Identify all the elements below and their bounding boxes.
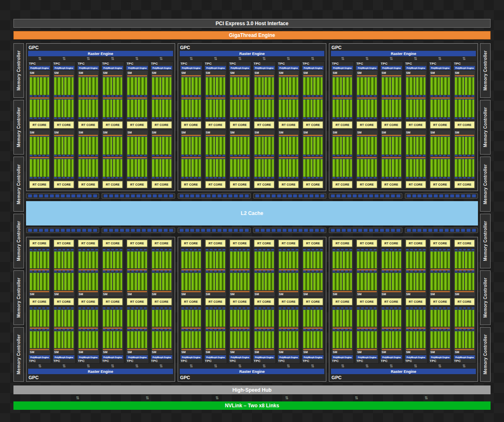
cuda-core-block — [206, 331, 215, 348]
sm-label: SM — [254, 71, 274, 75]
load-store-strip — [54, 270, 74, 272]
tpc-label: TPC — [302, 62, 324, 66]
cuda-core-block — [30, 136, 39, 155]
cuda-core-block — [392, 77, 401, 95]
cuda-core-block — [89, 99, 98, 117]
warp-scheduler-strip — [152, 157, 171, 158]
sm-block: SM — [229, 130, 251, 180]
load-store-strip — [103, 270, 122, 272]
tpc-block: TPC PolyMorph Engine SM RT CORE SM — [179, 61, 203, 189]
sm-label: SM — [78, 350, 98, 354]
load-store-strip — [230, 118, 249, 119]
load-store-strip — [279, 95, 298, 97]
sm-processing-block — [332, 97, 352, 119]
cuda-core-block — [255, 331, 264, 348]
sm-label: SM — [303, 131, 323, 134]
rt-core: RT CORE — [381, 240, 402, 247]
cuda-core-block — [255, 136, 264, 155]
load-store-strip — [279, 329, 298, 330]
l2-crossbar-port — [364, 229, 368, 232]
tpc-block: TPC PolyMorph Engine SM RT CORE SM — [380, 61, 403, 189]
cuda-core-block — [255, 159, 264, 177]
cuda-core-block — [113, 251, 122, 268]
rt-core: RT CORE — [230, 121, 250, 128]
sm-processing-block — [127, 249, 147, 270]
l2-crossbar-port — [115, 229, 118, 232]
load-store-strip — [303, 329, 323, 330]
rt-core-label: RT CORE — [57, 242, 71, 245]
sm-block: SM — [29, 70, 50, 120]
tpc-label: TPC — [405, 62, 427, 66]
warp-scheduler-strip — [406, 75, 425, 76]
load-store-strip — [279, 249, 298, 250]
sm-label: SM — [54, 71, 74, 75]
polymorph-engine-label: PolyMorph Engine — [231, 67, 249, 69]
pci-express-bar: PCI Express 3.0 Host Interface — [13, 19, 491, 28]
cuda-core-block — [333, 77, 342, 95]
tpc-label: TPC — [429, 359, 451, 363]
core-columns — [79, 77, 98, 95]
cuda-core-block — [206, 77, 215, 95]
load-store-strip — [30, 177, 49, 178]
core-columns — [406, 251, 425, 268]
rt-core-label: RT CORE — [433, 123, 447, 126]
sm-processing-block — [430, 249, 450, 270]
cuda-core-block — [216, 159, 225, 177]
sm-processing-block — [332, 307, 352, 329]
core-columns — [455, 77, 474, 95]
sm-label: SM — [102, 131, 123, 134]
cuda-core-block — [192, 99, 201, 117]
load-store-strip — [333, 249, 352, 250]
warp-scheduler-strip — [303, 97, 323, 99]
cuda-core-block — [313, 136, 323, 155]
tpc-row: TPC PolyMorph Engine SM RT CORE SM — [28, 239, 173, 364]
rt-core: RT CORE — [254, 298, 274, 305]
core-columns — [255, 309, 274, 327]
cuda-core-block — [357, 273, 366, 290]
raster-engine-label: Raster Engine — [391, 370, 416, 374]
load-store-strip — [79, 155, 98, 156]
l2-crossbar-port — [234, 194, 238, 197]
sm-label: SM — [454, 131, 475, 134]
sm-processing-block — [254, 249, 274, 270]
sm-stack: SM RT CORE SM — [205, 70, 226, 189]
load-store-strip — [152, 95, 171, 97]
sm-block: SM — [102, 70, 123, 120]
memory-controller-label: Memory Controller — [483, 334, 488, 375]
sm-block: SM — [53, 307, 75, 355]
l2-crossbar-port — [380, 194, 384, 197]
rt-core: RT CORE — [406, 181, 426, 188]
load-store-strip — [382, 270, 401, 272]
l2-crossbar-port — [396, 229, 400, 232]
rt-core: RT CORE — [381, 298, 402, 305]
core-columns — [430, 331, 450, 348]
raster-tpc-arrows: ⇅⇅⇅⇅⇅⇅ — [331, 56, 476, 61]
cuda-core-block — [333, 309, 342, 327]
sm-processing-block — [152, 270, 172, 292]
load-store-strip — [230, 307, 249, 309]
rt-core-label: RT CORE — [457, 300, 471, 303]
memory-controller: Memory Controller — [480, 43, 491, 98]
rt-core-label: RT CORE — [409, 123, 423, 126]
tpc-block: TPC PolyMorph Engine SM RT CORE SM — [52, 61, 76, 189]
rt-core: RT CORE — [78, 240, 98, 247]
polymorph-engine-bar: PolyMorph Engine — [29, 66, 50, 70]
polymorph-engine-label: PolyMorph Engine — [304, 356, 322, 359]
sm-label: SM — [381, 292, 402, 296]
memory-controller-label: Memory Controller — [16, 164, 21, 204]
load-store-strip — [127, 155, 147, 156]
cuda-core-block — [382, 99, 391, 117]
updown-arrow-icon: ⇅ — [160, 57, 163, 61]
gpu-block-diagram: PCI Express 3.0 Host Interface GigaThrea… — [0, 0, 504, 422]
tpc-block: TPC PolyMorph Engine SM RT CORE SM — [404, 61, 428, 189]
l2-crossbar-segment — [26, 228, 99, 233]
sm-block: SM — [278, 130, 299, 180]
updown-arrow-icon: ⇅ — [425, 396, 428, 400]
tpc-block: TPC PolyMorph Engine SM RT CORE SM — [101, 239, 124, 364]
sm-block: SM — [29, 248, 50, 297]
polymorph-engine-bar: PolyMorph Engine — [430, 66, 451, 70]
load-store-strip — [279, 307, 298, 309]
polymorph-engine-label: PolyMorph Engine — [431, 356, 449, 359]
load-store-strip — [127, 95, 147, 97]
cuda-core-block — [216, 273, 225, 290]
